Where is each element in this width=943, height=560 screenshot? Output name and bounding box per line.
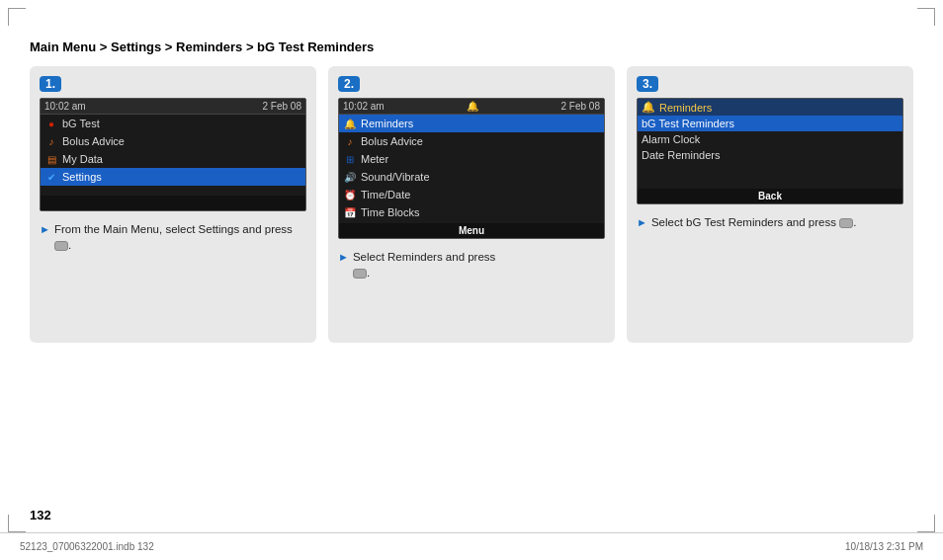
reminders-icon: 🔔 — [343, 117, 357, 130]
step-1-item-1-label: Bolus Advice — [62, 135, 125, 147]
step-1-date: 2 Feb 08 — [263, 101, 301, 112]
corner-mark-br — [917, 515, 935, 532]
step-2-time: 10:02 am — [343, 101, 385, 112]
main-content: Main Menu > Settings > Reminders > bG Te… — [30, 20, 913, 525]
bg-test-icon: ● — [44, 117, 58, 130]
step-1-item-0: ● bG Test — [41, 115, 305, 132]
meter-icon: ⊞ — [343, 152, 357, 166]
step-2-item-4-label: Time/Date — [361, 189, 410, 200]
step-3-reminder-header: 🔔 Reminders — [638, 99, 902, 116]
step-3-item-1: Alarm Clock — [638, 131, 902, 147]
step-2-item-5: 📅 Time Blocks — [339, 203, 604, 221]
step-2-item-4: ⏰ Time/Date — [339, 186, 604, 203]
step-1-screen: 10:02 am 2 Feb 08 ● bG Test ♪ Bolus Advi… — [40, 98, 306, 211]
step-2-header-icon: 🔔 — [467, 101, 478, 112]
step-1-item-2: ▤ My Data — [41, 150, 305, 168]
bolus-advice-icon-1: ♪ — [44, 134, 58, 148]
step-2-item-0-label: Reminders — [361, 118, 413, 129]
step-1-header: 10:02 am 2 Feb 08 — [41, 99, 305, 115]
step-2-panel: 2. 10:02 am 🔔 2 Feb 08 🔔 Reminders ♪ Bol… — [328, 66, 615, 343]
step-3-item-1-label: Alarm Clock — [642, 133, 700, 145]
step-2-item-1: ♪ Bolus Advice — [339, 132, 604, 150]
settings-icon: ✔ — [44, 170, 58, 184]
step-3-item-0-label: bG Test Reminders — [642, 118, 734, 129]
step-1-item-2-label: My Data — [62, 153, 103, 165]
step-1-instruction: ► From the Main Menu, select Settings an… — [40, 221, 306, 253]
step-1-arrow: ► — [40, 222, 50, 253]
step-1-item-3-label: Settings — [62, 171, 102, 183]
step-1-item-0-label: bG Test — [62, 118, 100, 129]
step-1-spacer — [41, 186, 305, 194]
corner-mark-tr — [917, 8, 935, 26]
step-2-item-5-label: Time Blocks — [361, 206, 420, 218]
step-2-item-2-label: Meter — [361, 153, 388, 165]
step-1-instruction-text: From the Main Menu, select Settings and … — [54, 221, 306, 253]
step-2-item-0: 🔔 Reminders — [339, 115, 604, 132]
step-3-panel: 3. 🔔 Reminders bG Test Reminders Alarm C… — [627, 66, 913, 343]
step-1-panel: 1. 10:02 am 2 Feb 08 ● bG Test ♪ Bolus A… — [30, 66, 316, 343]
step-1-item-3: ✔ Settings — [41, 168, 305, 186]
breadcrumb: Main Menu > Settings > Reminders > bG Te… — [30, 40, 913, 54]
step-2-item-3-label: Sound/Vibrate — [361, 171, 430, 183]
reminder-header-label: Reminders — [659, 102, 712, 114]
step-3-item-2: Date Reminders — [638, 147, 902, 163]
step-2-instruction: ► Select Reminders and press. — [338, 249, 605, 280]
step-3-instruction-text: Select bG Test Reminders and press . — [651, 214, 856, 230]
step-2-item-3: 🔊 Sound/Vibrate — [339, 168, 604, 186]
corner-mark-tl — [8, 8, 26, 26]
step-2-bottom-bar: Menu — [339, 223, 604, 238]
page-footer: 52123_07006322001.indb 132 10/18/13 2:31… — [0, 532, 943, 560]
step-3-arrow: ► — [637, 215, 647, 230]
step-3-instruction: ► Select bG Test Reminders and press . — [637, 214, 903, 230]
sound-vibrate-icon: 🔊 — [343, 170, 357, 184]
step-2-arrow: ► — [338, 250, 349, 280]
step-3-badge: 3. — [637, 76, 658, 92]
step-3-spacer — [638, 163, 902, 171]
steps-container: 1. 10:02 am 2 Feb 08 ● bG Test ♪ Bolus A… — [30, 66, 913, 343]
step-2-date: 2 Feb 08 — [561, 101, 600, 112]
page-number: 132 — [30, 508, 51, 522]
step-3-btn-icon — [839, 218, 853, 228]
step-3-bottom-bar: Back — [638, 189, 902, 203]
footer-left: 52123_07006322001.indb 132 — [20, 541, 154, 552]
step-3-item-2-label: Date Reminders — [642, 149, 720, 161]
step-2-instruction-text: Select Reminders and press. — [353, 249, 495, 280]
step-1-badge: 1. — [40, 76, 61, 92]
step-2-item-2: ⊞ Meter — [339, 150, 604, 168]
time-date-icon: ⏰ — [343, 188, 357, 201]
step-2-item-1-label: Bolus Advice — [361, 135, 423, 147]
corner-mark-bl — [8, 515, 26, 532]
step-1-btn-icon — [54, 241, 68, 251]
step-1-bottom-bar — [41, 196, 305, 210]
my-data-icon: ▤ — [44, 152, 58, 166]
step-2-btn-icon — [353, 269, 367, 279]
step-3-screen: 🔔 Reminders bG Test Reminders Alarm Cloc… — [637, 98, 903, 204]
step-1-item-1: ♪ Bolus Advice — [41, 132, 305, 150]
reminder-header-icon: 🔔 — [642, 101, 655, 114]
footer-right: 10/18/13 2:31 PM — [845, 541, 923, 552]
bolus-advice-icon-2: ♪ — [343, 134, 357, 148]
step-2-screen: 10:02 am 🔔 2 Feb 08 🔔 Reminders ♪ Bolus … — [338, 98, 605, 239]
step-1-time: 10:02 am — [44, 101, 86, 112]
step-2-badge: 2. — [338, 76, 360, 92]
step-3-spacer2 — [638, 171, 902, 187]
step-3-item-0: bG Test Reminders — [638, 116, 902, 131]
time-blocks-icon: 📅 — [343, 205, 357, 219]
step-2-header: 10:02 am 🔔 2 Feb 08 — [339, 99, 604, 115]
